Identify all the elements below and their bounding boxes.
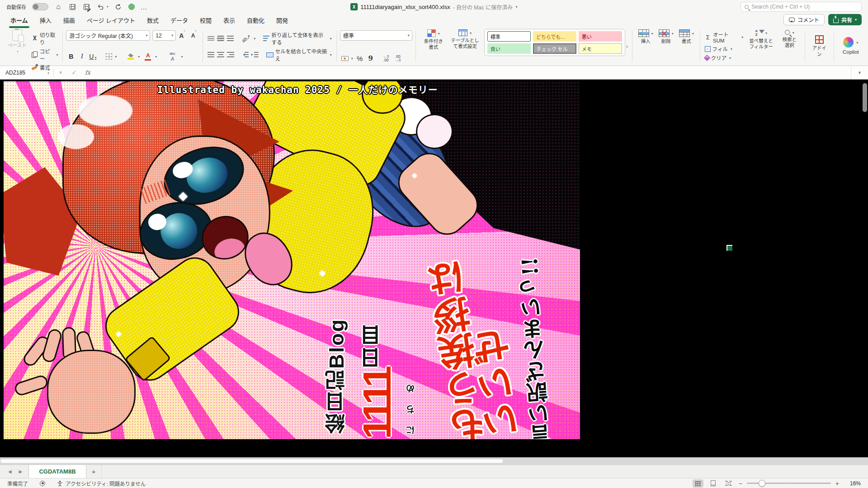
font-size-select[interactable]: 12 [152,30,176,41]
tab-automate[interactable]: 自動化 [241,14,270,26]
align-bottom-icon[interactable] [227,36,234,41]
copilot-button[interactable]: Copilot [837,29,864,64]
home-icon[interactable]: ⌂ [54,3,62,11]
enter-icon[interactable]: ✓ [67,66,81,79]
comma-style-button[interactable]: 9 [365,54,376,62]
font-family-select[interactable]: 游ゴシック Regular (本文) [66,30,150,41]
increase-indent-icon[interactable] [251,52,259,57]
merge-center-button[interactable]: セルを結合して中央揃え [265,47,333,63]
document-title[interactable]: X 11111diaryagain_xlsx_sort400.xlsx - 自分… [350,0,518,14]
paste-button[interactable]: ペースト [5,29,30,55]
style-good[interactable]: 良い [487,43,531,54]
horizontal-scrollbar[interactable] [0,457,868,465]
bold-button[interactable]: B [66,53,76,60]
save-as-icon[interactable] [82,3,90,11]
presence-status-icon[interactable] [128,4,135,10]
autosum-button[interactable]: Σオート SUM [703,30,745,44]
decrease-indent-icon[interactable] [242,52,249,57]
zoom-slider[interactable] [747,483,831,484]
zoom-slider-knob[interactable] [759,480,765,487]
align-left-icon[interactable] [208,52,215,57]
accounting-format-button[interactable] [340,55,354,62]
name-box[interactable]: ADZ185 ▲▼ [0,66,53,79]
align-center-icon[interactable] [217,52,224,57]
increase-font-icon[interactable]: Aˆ [176,32,188,39]
page-break-view-button[interactable] [723,479,734,488]
clear-button[interactable]: クリア [703,53,745,62]
vertical-scrollbar[interactable] [863,83,867,112]
underline-button[interactable]: U [88,53,98,60]
redo-icon[interactable] [114,3,123,11]
title-chevron-icon[interactable]: ▾ [515,5,518,9]
cut-button[interactable]: 切り取り [30,30,60,47]
addins-button[interactable]: アドイン [808,29,830,64]
borders-button[interactable] [104,52,118,61]
tab-view[interactable]: 表示 [217,14,241,26]
normal-view-button[interactable] [693,479,703,488]
decrease-decimal-icon[interactable]: .00→0 [392,55,404,62]
next-sheet-icon[interactable]: ▶ [19,469,23,474]
add-sheet-button[interactable]: + [86,465,102,478]
zoom-out-button[interactable]: − [739,480,742,487]
autosave-toggle[interactable] [32,3,48,10]
fill-button[interactable]: ↓フィル [703,44,745,53]
name-box-stepper[interactable]: ▲▼ [47,68,50,75]
sort-filter-button[interactable]: AZ 並べ替えとフィルター [745,29,778,50]
tab-developer[interactable]: 開発 [270,14,294,26]
accessibility-status[interactable]: アクセシビリティ: 問題ありません [57,480,146,487]
wrap-text-button[interactable]: 折り返して全体を表示する [262,30,333,47]
number-format-select[interactable]: 標準 [340,30,412,41]
zoom-level[interactable]: 16% [844,480,861,487]
zoom-in-button[interactable]: + [835,480,839,487]
format-as-table-button[interactable]: テーブルとして書式設定 [448,29,482,50]
italic-button[interactable]: I [77,53,87,60]
more-commands-icon[interactable]: … [141,3,148,11]
save-icon[interactable] [68,3,76,11]
tab-review[interactable]: 校閲 [194,14,217,26]
percent-style-button[interactable]: % [354,55,365,62]
tab-home[interactable]: ホーム [5,14,34,26]
tab-formulas[interactable]: 数式 [141,14,165,26]
gallery-more-icon[interactable]: › [626,43,628,50]
tab-page-layout[interactable]: ページ レイアウト [81,14,141,26]
find-select-button[interactable]: 検索と選択 [778,29,802,49]
insert-function-icon[interactable]: fx [81,66,94,79]
style-bad[interactable]: 悪い [579,31,622,42]
sheet-canvas[interactable]: Illustrated by wakachan 2025 / 一人だけのメモリー… [0,80,868,457]
format-cells-button[interactable]: 書式 [676,29,697,45]
prev-sheet-icon[interactable]: ◀ [8,469,12,474]
font-color-button[interactable]: A [142,52,158,62]
comments-button[interactable]: コメント [783,14,825,25]
style-check-cell[interactable]: チェック セル [533,43,576,54]
orientation-button[interactable]: ab↗ [240,35,257,42]
search-box[interactable] [741,2,862,12]
align-middle-icon[interactable] [217,36,224,41]
tab-insert[interactable]: 挿入 [34,14,57,26]
undo-dropdown-icon[interactable]: ▾ [107,5,108,9]
macro-record-icon[interactable] [40,481,45,486]
tab-data[interactable]: データ [165,14,194,26]
insert-cells-button[interactable]: 挿入 [636,29,656,45]
align-right-icon[interactable] [227,52,234,57]
style-note[interactable]: メモ [579,43,622,54]
page-layout-view-button[interactable] [708,479,719,488]
style-neutral[interactable]: どちらでも... [533,31,576,42]
fill-color-button[interactable] [125,52,141,61]
share-button[interactable]: 共有 ▾ [828,14,862,25]
search-input[interactable] [751,4,858,10]
decrease-font-icon[interactable]: Aˇ [188,33,199,39]
delete-cells-button[interactable]: 削除 [656,29,676,45]
tab-draw[interactable]: 描画 [57,14,81,26]
horizontal-scrollbar-thumb[interactable] [0,459,504,464]
increase-decimal-icon[interactable]: ←0.00 [380,55,392,62]
cancel-icon[interactable]: × [54,66,67,79]
formula-input[interactable] [94,66,851,79]
sheet-tab-active[interactable]: CGDATAM8B [28,465,86,478]
phonetic-guide-button[interactable]: abcA [165,51,184,62]
align-top-icon[interactable] [208,36,214,41]
copy-button[interactable]: コピー [30,47,60,63]
formula-bar-expand-icon[interactable]: ▼ [851,66,868,79]
undo-icon[interactable] [96,3,104,11]
style-normal[interactable]: 標準 [487,31,531,42]
conditional-formatting-button[interactable]: 条件付き書式 [419,29,448,51]
